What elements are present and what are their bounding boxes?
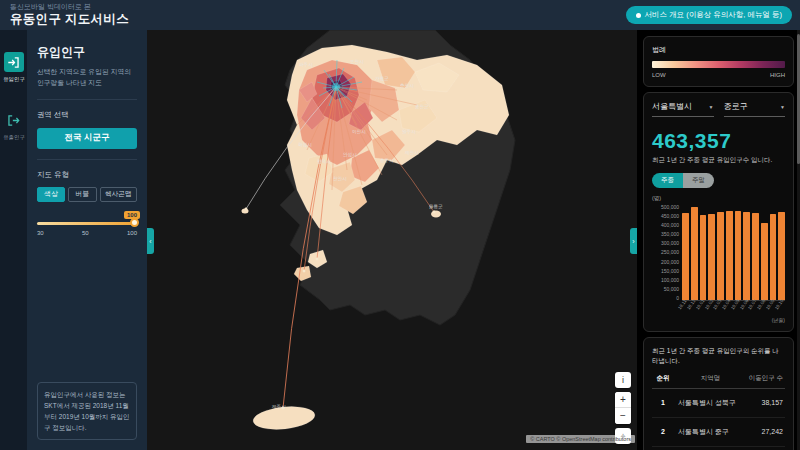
slider-handle[interactable]: [130, 218, 139, 227]
legend-low-label: LOW: [652, 72, 666, 78]
chevron-down-icon: ▼: [709, 104, 714, 110]
bar-18.11: [682, 213, 689, 300]
right-panel: 범례 LOW HIGH 서울특별시 ▼ 종로구 ▼: [637, 30, 800, 450]
region-select-label: 권역 선택: [37, 110, 137, 120]
divider: [37, 159, 137, 160]
nav-rail: 유입인구 유출인구: [0, 30, 27, 450]
y-tick-label: 50,000: [664, 287, 679, 292]
y-tick-label: 200,000: [661, 260, 679, 265]
map-label: 홍천군: [415, 104, 429, 109]
app-window: 통신모바일 빅데이터로 본 유동인구 지도서비스 서비스 개요 (이용상 유의사…: [0, 0, 800, 450]
y-tick-label: 450,000: [661, 214, 679, 219]
legend-card: 범례 LOW HIGH: [643, 36, 794, 87]
map-label: 평택시: [317, 159, 331, 164]
korea-map[interactable]: 파주시포천시가평군춘천시홍천군원주시제천시충주시이천시안성시평택시화성시천안시제…: [147, 30, 637, 450]
col-region: 지역명: [674, 374, 743, 383]
map-type-group: 색상 버블 헥사곤맵: [37, 187, 137, 202]
ranking-rows: 1서울특별시 성북구38,1572서울특별시 중구27,2423서울특별시 은평…: [652, 389, 785, 450]
chart-y-unit: (명): [652, 195, 785, 202]
col-rank: 순위: [652, 374, 674, 383]
map-controls: i + − ⌖: [615, 372, 631, 444]
bar-19.03: [717, 212, 724, 300]
right-panel-collapse-tab[interactable]: ›: [630, 228, 637, 254]
page-title: 유동인구 지도서비스: [10, 11, 129, 28]
y-tick-label: 250,000: [661, 250, 679, 255]
nav-item-outflow[interactable]: 유출인구: [2, 110, 26, 142]
nav-item-inflow[interactable]: 유입인구: [2, 52, 26, 84]
divider: [37, 99, 137, 100]
header: 통신모바일 빅데이터로 본 유동인구 지도서비스 서비스 개요 (이용상 유의사…: [0, 0, 800, 30]
bar-19.06: [743, 212, 750, 300]
ranking-caption: 최근 1년 간 주중 평균 유입인구의 순위를 나타냅니다.: [652, 346, 785, 366]
legend-title: 범례: [652, 45, 785, 55]
outflow-icon: [4, 110, 24, 130]
inflow-icon: [4, 52, 24, 72]
service-overview-button[interactable]: 서비스 개요 (이용상 유의사항, 메뉴얼 등): [626, 6, 793, 24]
map-type-bubble-button[interactable]: 버블: [68, 187, 96, 202]
slider-tick-mid: 50: [82, 230, 89, 236]
bar-19.09: [770, 214, 777, 300]
slider-track[interactable]: [37, 222, 137, 225]
zoom-in-button[interactable]: +: [615, 392, 631, 408]
map-label: 화성시: [298, 142, 312, 147]
chart-x-unit: (년월): [652, 317, 785, 323]
table-row[interactable]: 3서울특별시 은평구25,387: [652, 447, 785, 450]
map-label: 원주시: [402, 129, 416, 134]
left-panel: 유입인구 선택한 지역으로 유입된 지역의 인구량을 나타낸 지도 권역 선택 …: [27, 30, 147, 450]
zoom-out-button[interactable]: −: [615, 408, 631, 424]
nav-item-outflow-label: 유출인구: [3, 133, 25, 141]
bar-19.05: [735, 211, 742, 300]
left-panel-collapse-tab[interactable]: ‹: [147, 228, 154, 254]
chevron-down-icon: ▼: [780, 104, 785, 110]
map-label: 천안시: [333, 176, 347, 181]
weekend-toggle-button[interactable]: 주말: [683, 173, 714, 188]
map-type-hexagon-button[interactable]: 헥사곤맵: [100, 187, 137, 202]
table-row[interactable]: 2서울특별시 중구27,242: [652, 418, 785, 447]
header-titles: 통신모바일 빅데이터로 본 유동인구 지도서비스: [10, 2, 129, 28]
bar-plot: [682, 205, 785, 301]
y-tick-label: 150,000: [661, 269, 679, 274]
bar-19.01: [700, 215, 707, 300]
weekday-toggle-button[interactable]: 주중: [652, 173, 683, 188]
data-source-note: 유입인구에서 사용된 정보는 SKT에서 제공된 2018년 11월부터 201…: [37, 382, 137, 440]
y-tick-label: 0: [676, 296, 679, 301]
map-label: 파주시: [299, 62, 313, 67]
service-overview-label: 서비스 개요 (이용상 유의사항, 메뉴얼 등): [645, 10, 783, 20]
map-type-color-button[interactable]: 색상: [37, 187, 65, 202]
y-tick-label: 400,000: [661, 223, 679, 228]
y-tick-label: 350,000: [661, 232, 679, 237]
sido-select[interactable]: 서울특별시 ▼: [652, 101, 714, 117]
map-info-button[interactable]: i: [615, 372, 631, 388]
bar-18.12: [691, 207, 698, 300]
map-label: 이천시: [352, 129, 366, 134]
chart-y-labels: 500,000450,000400,000350,000300,000250,0…: [652, 205, 679, 301]
map-label: 가평군: [375, 76, 389, 81]
detail-card: 서울특별시 ▼ 종로구 ▼ 463,357 최근 1년 간 주중 평균 유입인구…: [643, 92, 794, 332]
map-label: 안성시: [343, 152, 357, 157]
table-row[interactable]: 1서울특별시 성북구38,157: [652, 389, 785, 418]
map-area[interactable]: 파주시포천시가평군춘천시홍천군원주시제천시충주시이천시안성시평택시화성시천안시제…: [147, 30, 637, 450]
ranking-header: 순위 지역명 이동인구 수: [652, 368, 785, 389]
nav-item-inflow-label: 유입인구: [3, 75, 25, 83]
map-label: 충주시: [380, 158, 394, 163]
ranking-card: 최근 1년 간 주중 평균 유입인구의 순위를 나타냅니다. 순위 지역명 이동…: [643, 337, 794, 450]
y-tick-label: 500,000: [661, 205, 679, 210]
sigungu-value: 종로구: [724, 101, 748, 112]
panel-description: 선택한 지역으로 유입된 지역의 인구량을 나타낸 지도: [37, 67, 137, 89]
col-count: 이동인구 수: [743, 374, 785, 383]
opacity-slider: 100 30 50 100: [37, 222, 137, 236]
sigungu-select[interactable]: 종로구 ▼: [724, 101, 786, 117]
monthly-bar-chart: 500,000450,000400,000350,000300,000250,0…: [652, 205, 785, 301]
x-tick: 19.10: [778, 301, 785, 315]
inflow-total: 463,357: [652, 129, 785, 153]
map-label: 춘천시: [400, 83, 414, 88]
map-label: 포천시: [350, 59, 364, 64]
map-label: 울릉군: [429, 204, 443, 209]
region-button[interactable]: 전국 시군구: [37, 128, 137, 149]
y-tick-label: 100,000: [661, 278, 679, 283]
bar-19.08: [761, 223, 768, 300]
dot-icon: [636, 13, 641, 18]
map-label: 제천시: [404, 150, 419, 155]
header-subtitle: 통신모바일 빅데이터로 본: [10, 2, 129, 11]
legend-high-label: HIGH: [770, 72, 785, 78]
